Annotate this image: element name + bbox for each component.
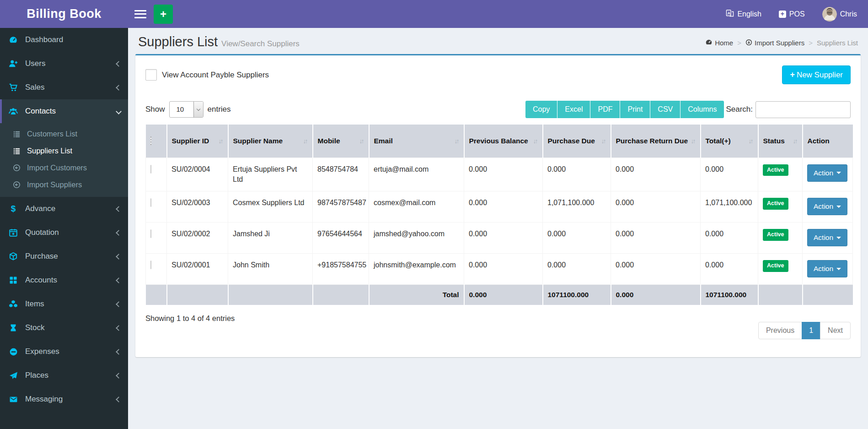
cell-supplier-id: SU/02/0003	[167, 191, 228, 223]
cell-purchase-return-due: 0.000	[611, 157, 701, 191]
cell-purchase-return-due: 0.000	[611, 254, 701, 285]
sidebar-item-advance[interactable]: $ Advance	[0, 197, 128, 221]
sidebar-item-label: Customers List	[27, 129, 77, 139]
col-purchase-return-due[interactable]: Purchase Return Due↓↑	[611, 125, 701, 157]
cell-supplier-name: Jamshed Ji	[228, 223, 313, 254]
sidebar-item-import-suppliers[interactable]: Import Suppliers	[0, 176, 128, 193]
sidebar-item-accounts[interactable]: Accounts	[0, 268, 128, 292]
table-footer: Showing 1 to 4 of 4 entries Previous 1 N…	[145, 312, 851, 339]
col-purchase-due[interactable]: Purchase Due↓↑	[543, 125, 611, 157]
sidebar-item-contacts[interactable]: Contacts	[0, 99, 128, 123]
breadcrumb-import-suppliers[interactable]: Import Suppliers	[745, 39, 804, 47]
sidebar-item-users[interactable]: Users	[0, 52, 128, 76]
sort-icon: ↓↑	[749, 136, 753, 146]
main-content: Suppliers ListView/Search Suppliers Home…	[128, 28, 868, 429]
select-all-header	[146, 125, 167, 157]
cell-supplier-id: SU/02/0004	[167, 157, 228, 191]
action-dropdown-button[interactable]: Action	[807, 229, 847, 246]
search-input[interactable]	[755, 101, 851, 118]
entries-summary: Showing 1 to 4 of 4 entries	[145, 314, 235, 323]
col-supplier-id[interactable]: Supplier ID↓↑	[167, 125, 228, 157]
sort-icon: ↓↑	[219, 136, 223, 146]
sidebar-item-purchase[interactable]: Purchase	[0, 244, 128, 268]
cell-purchase-due: 1,071,100.000	[543, 191, 611, 223]
cell-purchase-due: 0.000	[543, 254, 611, 285]
total-purchase-due: 1071100.000	[543, 285, 611, 305]
cell-total: 0.000	[701, 157, 758, 191]
action-dropdown-button[interactable]: Action	[807, 164, 847, 182]
pagination-page-1[interactable]: 1	[802, 322, 820, 339]
payble-suppliers-checkbox[interactable]	[145, 69, 157, 81]
payble-suppliers-label: View Account Payble Suppliers	[162, 71, 269, 80]
row-checkbox[interactable]	[150, 229, 151, 238]
sidebar-item-customers-list[interactable]: Customers List	[0, 125, 128, 142]
sidebar-item-expenses[interactable]: Expenses	[0, 340, 128, 364]
page-length-select[interactable]: 10	[169, 101, 204, 118]
sort-icon: ↓↑	[533, 136, 538, 146]
sidebar-item-suppliers-list[interactable]: Suppliers List	[0, 142, 128, 159]
cell-purchase-due: 0.000	[543, 157, 611, 191]
pagination-previous[interactable]: Previous	[758, 322, 802, 339]
row-checkbox[interactable]	[150, 165, 151, 174]
col-supplier-name[interactable]: Supplier Name↓↑	[228, 125, 313, 157]
import-icon	[12, 164, 21, 172]
page-title: Suppliers List	[138, 34, 218, 49]
sidebar-item-stock[interactable]: Stock	[0, 316, 128, 340]
calendar-plus-icon	[8, 228, 18, 237]
breadcrumb-home[interactable]: Home	[705, 38, 733, 47]
status-badge: Active	[763, 198, 788, 210]
row-checkbox[interactable]	[150, 261, 151, 269]
sidebar-item-items[interactable]: Items	[0, 292, 128, 316]
sidebar-item-sales[interactable]: Sales	[0, 76, 128, 99]
col-mobile[interactable]: Mobile↓↑	[313, 125, 369, 157]
new-supplier-button[interactable]: + New Supplier	[782, 65, 851, 84]
action-dropdown-button[interactable]: Action	[807, 260, 847, 277]
pdf-button[interactable]: PDF	[590, 101, 620, 118]
status-badge: Active	[763, 260, 788, 272]
sidebar-item-places[interactable]: Places	[0, 364, 128, 387]
sidebar-item-messaging[interactable]: Messaging	[0, 387, 128, 411]
pagination-next[interactable]: Next	[820, 322, 851, 339]
excel-button[interactable]: Excel	[557, 101, 590, 118]
sidebar-item-import-customers[interactable]: Import Customers	[0, 159, 128, 176]
columns-button[interactable]: Columns	[680, 101, 724, 118]
pos-menu[interactable]: + POS	[779, 10, 805, 18]
quick-add-button[interactable]: +	[154, 5, 173, 24]
user-menu[interactable]: Chris	[822, 7, 857, 22]
sidebar-toggle-icon[interactable]	[134, 10, 146, 18]
col-status[interactable]: Status↓↑	[758, 125, 803, 157]
breadcrumb-label: Home	[715, 39, 733, 47]
language-menu[interactable]: A English	[726, 9, 761, 19]
cell-previous-balance: 0.000	[464, 157, 543, 191]
svg-text:A: A	[728, 11, 731, 15]
breadcrumb: Home > Import Suppliers > Suppliers List	[705, 38, 858, 49]
caret-down-icon	[836, 172, 841, 174]
sidebar-item-dashboard[interactable]: Dashboard	[0, 28, 128, 52]
chevron-left-icon	[116, 325, 122, 331]
breadcrumb-separator: >	[737, 39, 741, 47]
sort-icon: ↓↑	[303, 136, 308, 146]
print-button[interactable]: Print	[620, 101, 650, 118]
select-all-checkbox[interactable]	[150, 136, 151, 145]
chevron-left-icon	[116, 85, 122, 91]
caret-down-icon	[836, 237, 841, 239]
row-checkbox[interactable]	[150, 198, 151, 207]
sidebar-item-label: Accounts	[25, 275, 57, 285]
col-previous-balance[interactable]: Previous Balance↓↑	[464, 125, 543, 157]
total-amount: 1071100.000	[701, 285, 758, 305]
status-badge: Active	[763, 164, 788, 176]
sidebar-item-quotation[interactable]: Quotation	[0, 221, 128, 244]
csv-button[interactable]: CSV	[650, 101, 680, 118]
breadcrumb-label: Import Suppliers	[755, 39, 804, 47]
payble-suppliers-toggle[interactable]: View Account Payble Suppliers	[145, 69, 269, 81]
col-total[interactable]: Total(+)↓↑	[701, 125, 758, 157]
cell-purchase-return-due: 0.000	[611, 191, 701, 223]
navbar: + A English + POS Chris	[128, 0, 868, 28]
copy-button[interactable]: Copy	[525, 101, 557, 118]
total-previous-balance: 0.000	[464, 285, 543, 305]
grid-icon	[8, 276, 18, 284]
col-email[interactable]: Email↓↑	[369, 125, 464, 157]
brand-logo[interactable]: Billing Book	[0, 0, 128, 28]
action-dropdown-button[interactable]: Action	[807, 198, 847, 215]
sidebar-item-label: Items	[25, 299, 44, 309]
